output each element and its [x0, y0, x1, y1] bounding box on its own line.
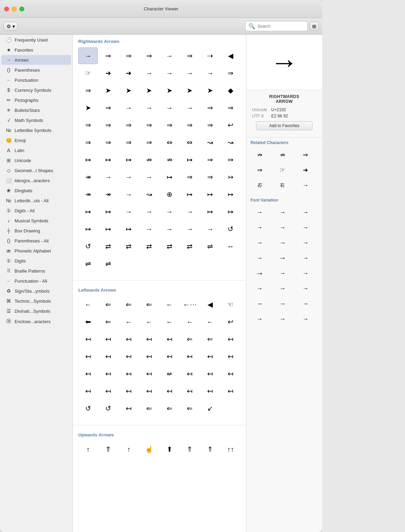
char-cell[interactable]: → [78, 47, 98, 64]
char-cell[interactable]: → [99, 169, 118, 185]
char-cell[interactable]: ⇌ [78, 255, 98, 272]
char-cell[interactable]: ↑ [119, 441, 139, 458]
char-cell[interactable]: → [139, 203, 159, 220]
sidebar-item-punctuation-all[interactable]: ·· Punctuation - All [1, 276, 71, 286]
sidebar-item-bullets[interactable]: ✳ Bullets/Stars [1, 105, 71, 115]
char-cell[interactable]: ➤ [78, 99, 98, 116]
char-cell[interactable]: ← [160, 296, 179, 313]
search-input-wrapper[interactable]: 🔍 [245, 21, 308, 31]
sidebar-item-ideographic[interactable]: ⬜ Ideogra...aracters [1, 176, 71, 185]
char-cell[interactable]: ↤ [119, 348, 139, 365]
font-cell[interactable]: → [297, 282, 315, 295]
char-cell[interactable]: → [139, 65, 159, 81]
char-cell[interactable]: ⇒ [99, 47, 118, 64]
sidebar-item-dingbats[interactable]: ❀ Dingbats [1, 186, 71, 195]
char-cell[interactable]: ↤ [221, 331, 240, 347]
char-cell[interactable]: → [160, 47, 179, 64]
char-cell[interactable]: ↙ [201, 400, 220, 417]
char-cell[interactable]: ↤ [139, 383, 159, 399]
related-cell[interactable]: ➜ [297, 163, 315, 177]
char-cell[interactable]: ⇒ [201, 151, 220, 168]
font-cell[interactable]: → [297, 205, 315, 219]
char-cell[interactable]: ← [119, 313, 139, 330]
char-cell[interactable]: ☞ [78, 65, 98, 81]
related-cell[interactable]: ☞ [273, 163, 291, 177]
sidebar-item-latin[interactable]: A Latin [1, 145, 71, 155]
sidebar-item-emoji[interactable]: 😊 Emoji [1, 135, 71, 145]
search-input[interactable] [257, 24, 299, 29]
font-cell[interactable]: → [297, 251, 315, 265]
char-cell[interactable]: ⇒ [78, 117, 98, 133]
char-cell[interactable]: ↺ [78, 238, 98, 255]
sidebar-item-pictographs[interactable]: ✏ Pictographs [1, 95, 71, 105]
char-cell[interactable]: ⇄ [139, 238, 159, 255]
sidebar-item-digits-all[interactable]: ① Digits - All [1, 206, 71, 215]
char-cell[interactable]: → [201, 221, 220, 237]
char-cell[interactable]: ↤ [99, 348, 118, 365]
char-cell[interactable]: ↠ [78, 186, 98, 203]
char-cell[interactable]: ➤ [180, 82, 200, 99]
char-cell[interactable]: ⇌ [99, 255, 118, 272]
char-cell[interactable]: ⇒ [201, 117, 220, 133]
char-cell[interactable]: ↩ [221, 313, 240, 330]
sidebar-item-braille[interactable]: ⠿ Braille Patterns [1, 266, 71, 276]
char-cell[interactable]: ← [180, 313, 200, 330]
sidebar-item-divination[interactable]: ☰ Divinati...Symbols [1, 306, 71, 316]
char-cell[interactable]: ⇏ [139, 151, 159, 168]
char-cell[interactable]: ⇌ [201, 238, 220, 255]
char-cell[interactable]: ← [160, 313, 179, 330]
font-cell[interactable]: → [250, 205, 268, 219]
font-cell[interactable]: → [250, 221, 268, 234]
char-cell[interactable]: ↦ [119, 151, 139, 168]
char-cell[interactable]: ➤ [139, 82, 159, 99]
char-cell[interactable]: ↤ [78, 348, 98, 365]
char-cell[interactable]: ↦ [78, 203, 98, 220]
char-cell[interactable]: ↤ [221, 365, 240, 382]
font-cell[interactable]: → [250, 266, 268, 280]
font-cell[interactable]: → [273, 297, 291, 311]
char-cell[interactable]: ➤ [99, 82, 118, 99]
sidebar-item-favorites[interactable]: ★ Favorites [1, 45, 71, 55]
sidebar-item-letterlike-all[interactable]: № Letterlik...ols - All [1, 196, 71, 205]
sidebar-item-letterlike[interactable]: № Letterlike Symbols [1, 125, 71, 135]
char-cell[interactable]: ⇒ [78, 82, 98, 99]
char-cell[interactable]: → [180, 203, 200, 220]
char-cell[interactable]: ↝ [201, 134, 220, 151]
char-cell[interactable]: ↤ [99, 383, 118, 399]
char-cell[interactable]: ⬅ [78, 313, 98, 330]
char-cell[interactable]: ↦ [99, 151, 118, 168]
char-cell[interactable]: ↦ [201, 186, 220, 203]
font-cell[interactable]: → [273, 282, 291, 295]
char-cell[interactable]: ⇄ [160, 238, 179, 255]
char-cell[interactable]: ⇔ [180, 134, 200, 151]
char-cell[interactable]: ↤ [99, 365, 118, 382]
char-cell[interactable]: ↠ [78, 169, 98, 185]
font-cell[interactable]: → [273, 266, 291, 280]
sidebar-item-arrows[interactable]: → Arrows [1, 55, 71, 65]
char-cell[interactable]: ↤ [78, 331, 98, 347]
char-cell[interactable]: ←⋯ [180, 296, 200, 313]
font-cell[interactable]: → [250, 236, 268, 250]
sidebar-item-geometric[interactable]: ◇ Geometr...l Shapes [1, 166, 71, 175]
char-cell[interactable]: ◀ [201, 296, 220, 313]
sidebar-item-enclose[interactable]: ⓐ Enclose...aracters [1, 316, 71, 327]
char-cell[interactable]: ↣ [221, 151, 240, 168]
char-cell[interactable]: ↝ [221, 134, 240, 151]
sidebar-item-sign[interactable]: ♻ Sign/Sta...ymbols [1, 286, 71, 296]
char-cell[interactable]: ☜ [221, 296, 240, 313]
char-cell[interactable]: ⇑ [201, 441, 220, 458]
font-cell[interactable]: → [273, 205, 291, 219]
char-cell[interactable]: ↔ [221, 238, 240, 255]
char-cell[interactable]: ⇔ [160, 134, 179, 151]
char-cell[interactable]: ◀ [221, 47, 240, 64]
char-cell[interactable]: ↤ [180, 365, 200, 382]
char-cell[interactable]: ↝ [139, 186, 159, 203]
char-cell[interactable]: ↦ [99, 203, 118, 220]
char-cell[interactable]: ⇒ [180, 47, 200, 64]
char-cell[interactable]: ↦ [180, 186, 200, 203]
sidebar-item-box[interactable]: ┼ Box Drawing [1, 226, 71, 236]
char-cell[interactable]: ↤ [139, 331, 159, 347]
font-cell[interactable]: → [297, 266, 315, 280]
char-cell[interactable]: ↤ [201, 383, 220, 399]
char-cell[interactable]: ⇒ [119, 134, 139, 151]
